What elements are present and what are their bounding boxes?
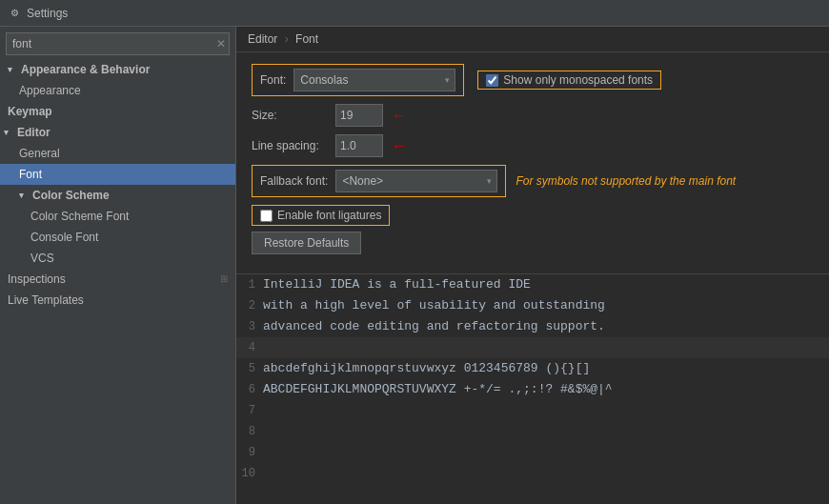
line-number-9: 9 — [236, 442, 263, 463]
main-content: Editor › Font Font: Consolas ▾ — [236, 27, 829, 504]
size-label: Size: — [252, 109, 335, 122]
fallback-font-label: Fallback font: — [260, 174, 328, 188]
preview-area: 1 IntelliJ IDEA is a full-featured IDE 2… — [236, 274, 829, 504]
sidebar-item-color-scheme-font[interactable]: Color Scheme Font — [0, 206, 235, 227]
clear-icon[interactable]: ✕ — [216, 37, 226, 50]
preview-line-10: 10 — [236, 463, 829, 484]
preview-line-1: 1 IntelliJ IDEA is a full-featured IDE — [236, 274, 829, 295]
sidebar-item-editor[interactable]: ▾ Editor — [0, 122, 235, 143]
breadcrumb-parent: Editor — [248, 32, 277, 46]
preview-line-7: 7 — [236, 400, 829, 421]
chevron-down-icon: ▾ — [8, 61, 19, 78]
line-content-6: ABCDEFGHIJKLMNOPQRSTUVWXYZ +-*/= .,;:!? … — [263, 379, 613, 400]
fallback-highlight-box: Fallback font: <None> ▾ — [252, 165, 506, 197]
search-input[interactable] — [6, 32, 230, 55]
line-number-4: 4 — [236, 337, 263, 358]
font-highlight-box: Font: Consolas ▾ — [252, 64, 464, 96]
window-title: Settings — [27, 7, 68, 20]
inspections-icon: ⊞ — [220, 271, 228, 288]
font-settings-form: Font: Consolas ▾ Show only monospaced fo… — [236, 52, 829, 270]
sidebar-item-console-font[interactable]: Console Font — [0, 227, 235, 248]
line-number-2: 2 — [236, 295, 263, 316]
preview-line-8: 8 — [236, 421, 829, 442]
line-number-8: 8 — [236, 421, 263, 442]
line-number-3: 3 — [236, 316, 263, 337]
line-spacing-input[interactable] — [335, 134, 383, 157]
monospaced-checkbox[interactable] — [486, 74, 498, 87]
sidebar-item-color-scheme[interactable]: ▾ Color Scheme — [0, 185, 235, 206]
line-content-5: abcdefghijklmnopqrstuvwxyz 0123456789 ()… — [263, 358, 590, 379]
preview-line-3: 3 advanced code editing and refactoring … — [236, 316, 829, 337]
ligatures-row: Enable font ligatures — [252, 205, 814, 226]
sidebar-item-font[interactable]: Font — [0, 164, 235, 185]
search-box: ✕ — [6, 32, 230, 55]
sidebar-item-appearance[interactable]: Appearance — [0, 80, 235, 101]
fallback-font-row: Fallback font: <None> ▾ For symbols not … — [252, 165, 814, 197]
line-number-6: 6 — [236, 379, 263, 400]
sidebar-item-appearance-behavior[interactable]: ▾ Appearance & Behavior — [0, 59, 235, 80]
size-row: Size: ← — [252, 104, 814, 127]
size-arrow-indicator: ← — [391, 106, 408, 126]
breadcrumb-current: Font — [295, 32, 318, 46]
ligatures-checkbox[interactable] — [260, 210, 273, 222]
line-number-7: 7 — [236, 400, 263, 421]
sidebar-item-vcs[interactable]: VCS — [0, 248, 235, 269]
size-input[interactable] — [335, 104, 383, 127]
preview-line-2: 2 with a high level of usability and out… — [236, 295, 829, 316]
sidebar-item-general[interactable]: General — [0, 143, 235, 164]
fallback-hint: For symbols not supported by the main fo… — [516, 174, 736, 188]
breadcrumb-separator: › — [285, 32, 289, 46]
sidebar-item-live-templates[interactable]: Live Templates — [0, 290, 235, 311]
line-number-5: 5 — [236, 358, 263, 379]
line-spacing-row: Line spacing: ← — [252, 134, 814, 157]
sidebar-item-keymap[interactable]: Keymap — [0, 101, 235, 122]
font-row: Font: Consolas ▾ Show only monospaced fo… — [252, 64, 814, 96]
line-content-3: advanced code editing and refactoring su… — [263, 316, 605, 337]
monospaced-checkbox-row: Show only monospaced fonts — [477, 71, 661, 90]
line-spacing-arrow-indicator: ← — [391, 136, 408, 156]
font-label: Font: — [260, 73, 286, 87]
monospaced-label-text: Show only monospaced fonts — [503, 73, 653, 87]
restore-defaults-row: Restore Defaults — [252, 232, 814, 254]
preview-line-9: 9 — [236, 442, 829, 463]
main-layout: ✕ ▾ Appearance & Behavior Appearance Key… — [0, 27, 829, 504]
ligatures-label-text: Enable font ligatures — [277, 209, 381, 222]
fallback-select-wrap: <None> ▾ — [335, 170, 497, 192]
breadcrumb: Editor › Font — [236, 27, 829, 52]
sidebar: ✕ ▾ Appearance & Behavior Appearance Key… — [0, 27, 236, 504]
ligatures-checkbox-label[interactable]: Enable font ligatures — [252, 205, 390, 226]
restore-defaults-button[interactable]: Restore Defaults — [252, 232, 361, 254]
line-content-1: IntelliJ IDEA is a full-featured IDE — [263, 274, 531, 295]
font-select-wrap: Consolas ▾ — [293, 69, 455, 91]
chevron-down-icon-cs: ▾ — [19, 187, 30, 204]
preview-line-4: 4 — [236, 337, 829, 358]
line-content-2: with a high level of usability and outst… — [263, 295, 605, 316]
preview-line-5: 5 abcdefghijklmnopqrstuvwxyz 0123456789 … — [236, 358, 829, 379]
sidebar-item-inspections[interactable]: Inspections ⊞ — [0, 269, 235, 290]
line-spacing-label: Line spacing: — [252, 139, 335, 152]
chevron-down-icon-editor: ▾ — [4, 124, 15, 141]
preview-line-6: 6 ABCDEFGHIJKLMNOPQRSTUVWXYZ +-*/= .,;:!… — [236, 379, 829, 400]
monospaced-checkbox-label[interactable]: Show only monospaced fonts — [477, 71, 661, 90]
fallback-font-select[interactable]: <None> — [335, 170, 497, 192]
line-number-1: 1 — [236, 274, 263, 295]
title-bar: ⚙ Settings — [0, 0, 829, 27]
font-select[interactable]: Consolas — [293, 69, 455, 91]
sidebar-tree: ▾ Appearance & Behavior Appearance Keyma… — [0, 59, 235, 311]
app-icon: ⚙ — [8, 7, 21, 20]
line-number-10: 10 — [236, 463, 263, 484]
